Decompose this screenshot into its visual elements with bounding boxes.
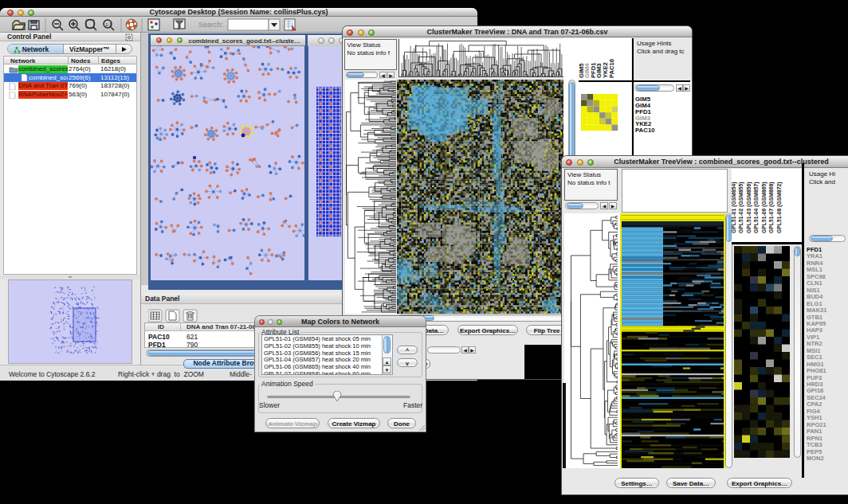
svg-text:GPL51-08 (GSM872): GPL51-08 (GSM872) <box>776 182 783 233</box>
svg-text:GPL51-04 (GSM857): GPL51-04 (GSM857) <box>753 182 760 233</box>
svg-text:GPL51-06 (GSM865): GPL51-06 (GSM865) <box>761 182 768 233</box>
svg-text:GPL51-03 (GSM856): GPL51-03 (GSM856) <box>746 182 752 233</box>
svg-text:GPL51-01 (GSM854): GPL51-01 (GSM854) <box>732 182 737 233</box>
svg-text:GPL51-02 (GSM855): GPL51-02 (GSM855) <box>738 182 744 233</box>
svg-text:Search:: Search: <box>198 21 223 29</box>
svg-text:GPL51-07 (GSM868): GPL51-07 (GSM868) <box>768 182 775 233</box>
svg-text:1:1: 1:1 <box>105 22 112 27</box>
svg-text:PAC10: PAC10 <box>608 59 615 78</box>
